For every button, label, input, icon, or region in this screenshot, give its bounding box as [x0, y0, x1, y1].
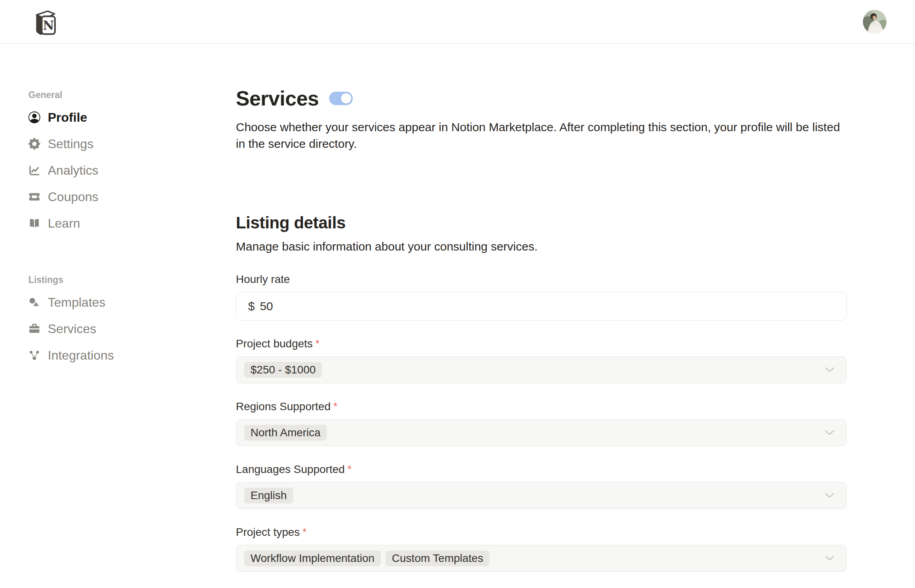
field-label: Project types* — [236, 525, 847, 539]
top-bar: N — [0, 0, 915, 44]
ticket-icon — [28, 191, 40, 203]
project-budgets-select[interactable]: $250 - $1000 — [236, 356, 847, 383]
languages-supported-select[interactable]: English — [236, 482, 847, 509]
page-description: Choose whether your services appear in N… — [236, 119, 847, 152]
chevron-down-icon — [825, 556, 834, 561]
sidebar-item-templates[interactable]: Templates — [28, 293, 236, 312]
sidebar-item-label: Learn — [48, 216, 80, 231]
sidebar-item-integrations[interactable]: Integrations — [28, 346, 236, 365]
notion-logo-icon[interactable]: N — [33, 9, 57, 38]
sidebar-item-coupons[interactable]: Coupons — [28, 187, 236, 206]
line-chart-icon — [28, 164, 40, 176]
chevron-down-icon — [825, 430, 834, 435]
services-visibility-toggle[interactable] — [329, 92, 353, 105]
field-label: Hourly rate — [236, 272, 847, 286]
required-asterisk: * — [303, 526, 307, 538]
field-project-types: Project types* Workflow Implementation C… — [236, 525, 847, 572]
selected-tag: English — [244, 488, 293, 503]
sidebar-item-label: Integrations — [48, 348, 114, 363]
field-languages-supported: Languages Supported* English — [236, 462, 847, 509]
selected-tag: $250 - $1000 — [244, 362, 322, 378]
field-regions-supported: Regions Supported* North America — [236, 399, 847, 446]
field-project-budgets: Project budgets* $250 - $1000 — [236, 336, 847, 383]
field-hourly-rate: Hourly rate $ 50 — [236, 272, 847, 320]
section-title: Listing details — [236, 212, 847, 234]
main-content: Services Choose whether your services ap… — [236, 44, 847, 588]
svg-text:N: N — [43, 18, 54, 32]
toggle-knob — [341, 93, 351, 104]
selected-tag: North America — [244, 425, 327, 441]
field-label: Project budgets* — [236, 336, 847, 351]
connected-nodes-icon — [28, 349, 40, 361]
required-asterisk: * — [316, 337, 320, 349]
sidebar-item-settings[interactable]: Settings — [28, 134, 236, 153]
hourly-rate-input[interactable]: $ 50 — [236, 292, 847, 320]
field-label: Languages Supported* — [236, 462, 847, 477]
gear-icon — [28, 138, 40, 150]
sidebar-item-label: Profile — [48, 110, 87, 125]
required-asterisk: * — [333, 400, 337, 412]
briefcase-icon — [28, 323, 40, 335]
sidebar-item-services[interactable]: Services — [28, 319, 236, 338]
shapes-icon — [28, 296, 40, 308]
sidebar-item-profile[interactable]: Profile — [28, 108, 236, 127]
sidebar-item-label: Coupons — [48, 190, 98, 204]
chevron-down-icon — [825, 367, 834, 373]
sidebar-item-label: Services — [48, 322, 96, 336]
project-types-select[interactable]: Workflow Implementation Custom Templates — [236, 545, 847, 572]
sidebar-section-label-general: General — [28, 89, 236, 101]
sidebar-item-learn[interactable]: Learn — [28, 214, 236, 233]
currency-prefix: $ — [248, 300, 255, 313]
section-subtitle: Manage basic information about your cons… — [236, 238, 847, 255]
required-asterisk: * — [348, 463, 352, 475]
field-label: Regions Supported* — [236, 399, 847, 414]
sidebar-item-label: Analytics — [48, 163, 98, 178]
sidebar-section-label-listings: Listings — [28, 274, 236, 286]
chevron-down-icon — [825, 493, 834, 498]
user-avatar[interactable] — [863, 10, 887, 34]
sidebar-item-analytics[interactable]: Analytics — [28, 161, 236, 180]
sidebar-item-label: Settings — [48, 137, 94, 151]
person-circle-icon — [28, 111, 40, 123]
page-title: Services — [236, 86, 319, 111]
settings-sidebar: General Profile Settings Analytics — [0, 44, 236, 588]
open-book-icon — [28, 217, 40, 229]
selected-tag: Custom Templates — [386, 550, 490, 566]
hourly-rate-value: 50 — [260, 300, 273, 313]
regions-supported-select[interactable]: North America — [236, 419, 847, 446]
sidebar-item-label: Templates — [48, 295, 105, 310]
selected-tag: Workflow Implementation — [244, 550, 381, 566]
